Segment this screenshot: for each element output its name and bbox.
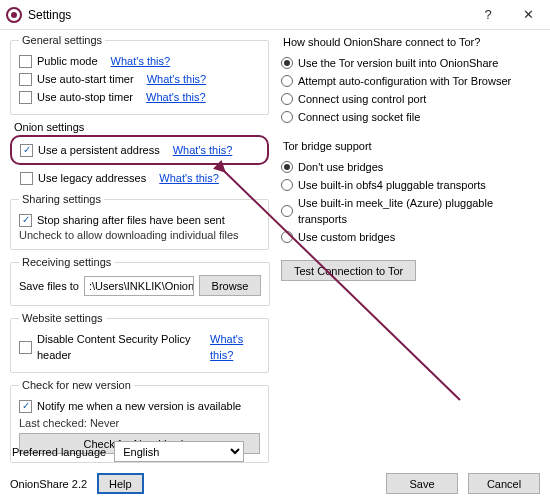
bridge-custom-label: Use custom bridges xyxy=(298,229,395,245)
window-buttons: ? ✕ xyxy=(468,1,548,29)
auto-stop-checkbox[interactable] xyxy=(19,91,32,104)
cancel-button[interactable]: Cancel xyxy=(468,473,540,494)
receiving-settings-group: Receiving settings Save files to :\Users… xyxy=(10,256,270,306)
save-path-input[interactable]: :\Users\INKLIK\OnionShare xyxy=(84,276,194,296)
stop-sharing-checkbox[interactable] xyxy=(19,214,32,227)
legacy-whats-this[interactable]: What's this? xyxy=(159,170,219,186)
stop-sharing-label: Stop sharing after files have been sent xyxy=(37,212,225,228)
public-mode-label: Public mode xyxy=(37,53,98,69)
titlebar: Settings ? ✕ xyxy=(0,0,550,30)
tor-control-radio[interactable] xyxy=(281,93,293,105)
general-settings-group: General settings Public mode What's this… xyxy=(10,34,269,115)
onion-legend: Onion settings xyxy=(14,121,269,133)
onionshare-icon xyxy=(6,7,22,23)
tor-browser-label: Attempt auto-configuration with Tor Brow… xyxy=(298,73,511,89)
legacy-address-label: Use legacy addresses xyxy=(38,170,146,186)
language-select[interactable]: English xyxy=(114,441,244,462)
sharing-settings-group: Sharing settings Stop sharing after file… xyxy=(10,193,269,250)
website-legend: Website settings xyxy=(19,312,106,324)
persistent-address-highlight: Use a persistent address What's this? xyxy=(10,135,269,165)
language-label: Preferred language xyxy=(12,446,106,458)
close-icon[interactable]: ✕ xyxy=(508,1,548,29)
legacy-address-checkbox[interactable] xyxy=(20,172,33,185)
tor-builtin-label: Use the Tor version built into OnionShar… xyxy=(298,55,498,71)
bridge-obfs4-label: Use built-in obfs4 pluggable transports xyxy=(298,177,486,193)
csp-whats-this[interactable]: What's this? xyxy=(210,331,260,363)
footer: OnionShare 2.2 Help Save Cancel xyxy=(10,473,540,494)
auto-start-label: Use auto-start timer xyxy=(37,71,134,87)
bridge-meek-radio[interactable] xyxy=(281,205,293,217)
sharing-note: Uncheck to allow downloading individual … xyxy=(19,229,260,241)
public-mode-checkbox[interactable] xyxy=(19,55,32,68)
tor-builtin-radio[interactable] xyxy=(281,57,293,69)
website-settings-group: Website settings Disable Content Securit… xyxy=(10,312,269,373)
auto-start-whats-this[interactable]: What's this? xyxy=(147,71,207,87)
browse-button[interactable]: Browse xyxy=(199,275,262,296)
public-mode-whats-this[interactable]: What's this? xyxy=(111,53,171,69)
notify-update-label: Notify me when a new version is availabl… xyxy=(37,398,241,414)
tor-browser-radio[interactable] xyxy=(281,75,293,87)
bridge-obfs4-radio[interactable] xyxy=(281,179,293,191)
tor-socket-radio[interactable] xyxy=(281,111,293,123)
general-legend: General settings xyxy=(19,34,105,46)
notify-update-checkbox[interactable] xyxy=(19,400,32,413)
version-label: OnionShare 2.2 xyxy=(10,478,87,490)
tor-connect-headline: How should OnionShare connect to Tor? xyxy=(283,36,540,48)
auto-start-checkbox[interactable] xyxy=(19,73,32,86)
bridge-none-label: Don't use bridges xyxy=(298,159,383,175)
help-icon[interactable]: ? xyxy=(468,1,508,29)
test-tor-button[interactable]: Test Connection to Tor xyxy=(281,260,416,281)
help-button[interactable]: Help xyxy=(97,473,144,494)
sharing-legend: Sharing settings xyxy=(19,193,104,205)
bridge-headline: Tor bridge support xyxy=(283,140,540,152)
tor-socket-label: Connect using socket file xyxy=(298,109,420,125)
bridge-meek-label: Use built-in meek_lite (Azure) pluggable… xyxy=(298,195,540,227)
tor-control-label: Connect using control port xyxy=(298,91,426,107)
auto-stop-label: Use auto-stop timer xyxy=(37,89,133,105)
bridge-custom-radio[interactable] xyxy=(281,231,293,243)
csp-label: Disable Content Security Policy header xyxy=(37,331,197,363)
persistent-address-label: Use a persistent address xyxy=(38,142,160,158)
persistent-address-checkbox[interactable] xyxy=(20,144,33,157)
bridge-none-radio[interactable] xyxy=(281,161,293,173)
save-files-label: Save files to xyxy=(19,278,79,294)
update-legend: Check for new version xyxy=(19,379,134,391)
receiving-legend: Receiving settings xyxy=(19,256,114,268)
language-row: Preferred language English xyxy=(12,441,244,462)
persistent-whats-this[interactable]: What's this? xyxy=(173,142,233,158)
csp-checkbox[interactable] xyxy=(19,341,32,354)
window-title: Settings xyxy=(28,8,468,22)
last-checked-label: Last checked: Never xyxy=(19,417,260,429)
save-button[interactable]: Save xyxy=(386,473,458,494)
auto-stop-whats-this[interactable]: What's this? xyxy=(146,89,206,105)
